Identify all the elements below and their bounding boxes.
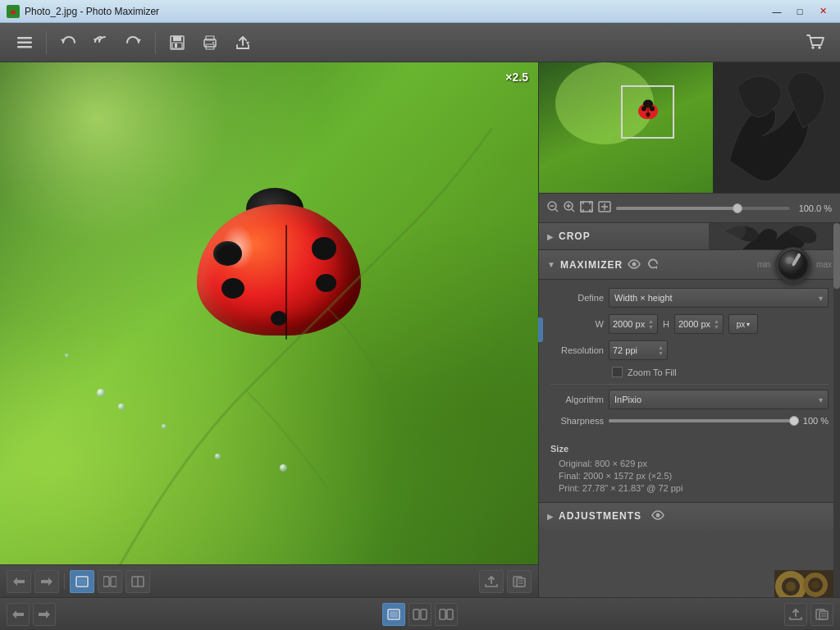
unit-dropdown[interactable]: px ▾ [728, 314, 758, 334]
ladybug-spot [213, 241, 242, 266]
window-title: Photo_2.jpg - Photo Maximizer [25, 6, 766, 17]
adjustments-header[interactable]: ▶ ADJUSTMENTS [539, 503, 840, 529]
prev-arrow-button[interactable] [7, 570, 31, 593]
height-input[interactable]: 2000 px ▲ ▼ [674, 314, 724, 334]
define-dropdown[interactable]: Width × height ▾ [609, 288, 829, 308]
zoom-slider-thumb[interactable] [733, 203, 742, 213]
height-spinners[interactable]: ▲ ▼ [714, 315, 719, 333]
main-layout: ×2.5 [0, 62, 840, 597]
svg-point-20 [818, 46, 821, 49]
canvas-bottom-toolbar [0, 564, 538, 597]
menu-button[interactable] [10, 28, 39, 57]
save-button[interactable] [162, 28, 192, 57]
statusbar-export-button[interactable] [784, 603, 807, 626]
view-compare-button[interactable] [98, 570, 122, 593]
droplet [215, 454, 221, 459]
width-up-arrow[interactable]: ▲ [648, 318, 654, 324]
maximizer-eye-icon[interactable] [628, 258, 641, 272]
undo2-button[interactable] [86, 28, 116, 57]
view-single-button[interactable] [70, 570, 94, 593]
actual-size-icon[interactable] [598, 201, 611, 215]
adjustments-section: ▶ ADJUSTMENTS [539, 502, 840, 529]
maximizer-header-left: ▼ MAXIMIZER [547, 258, 752, 272]
close-button[interactable]: ✕ [812, 3, 833, 20]
export-bottom-button[interactable] [479, 570, 504, 593]
panel-scroll-indicator[interactable] [538, 317, 543, 342]
svg-rect-72 [440, 609, 445, 619]
svg-marker-22 [41, 578, 52, 586]
thumbnail-viewport [621, 85, 674, 139]
maximizer-knob[interactable] [775, 247, 811, 283]
width-value: 2000 px [613, 319, 645, 329]
width-spinners[interactable]: ▲ ▼ [648, 315, 654, 333]
app-icon [7, 5, 20, 18]
zoom-slider[interactable] [616, 207, 790, 210]
maximizer-arrow-icon[interactable]: ▼ [547, 260, 555, 269]
unit-arrow: ▾ [746, 321, 750, 328]
redo-button[interactable] [119, 28, 148, 57]
statusbar-view2-button[interactable] [409, 603, 431, 626]
statusbar-next-button[interactable] [33, 603, 56, 626]
right-scrollbar[interactable] [833, 223, 840, 597]
final-size: Final: 2000 × 1572 px (×2.5) [550, 471, 829, 481]
zoom-to-fill-row: Zoom To Fill [612, 367, 829, 377]
droplet [118, 404, 125, 410]
zoom-out-icon[interactable] [547, 201, 559, 215]
toolbar-separator-2 [155, 31, 156, 54]
height-down-arrow[interactable]: ▼ [714, 324, 719, 330]
width-input[interactable]: 2000 px ▲ ▼ [609, 314, 658, 334]
svg-line-44 [555, 209, 558, 212]
resolution-up-arrow[interactable]: ▲ [658, 345, 664, 350]
h-label: H [663, 319, 669, 329]
fit-view-icon[interactable] [580, 201, 593, 215]
sharpness-slider[interactable] [609, 419, 794, 422]
sharpness-slider-thumb[interactable] [789, 416, 799, 426]
knob-min-label: min [757, 260, 770, 269]
svg-rect-13 [175, 43, 177, 48]
algorithm-dropdown[interactable]: InPixio ▾ [609, 390, 829, 409]
svg-point-63 [786, 582, 796, 591]
adjustments-eye-icon[interactable] [651, 510, 664, 523]
maximizer-controls: Define Width × height ▾ W 2000 px ▲ ▼ [539, 280, 840, 441]
canvas-area: ×2.5 [0, 62, 538, 597]
statusbar-view1-button[interactable] [382, 603, 405, 626]
svg-marker-9 [136, 39, 141, 43]
svg-rect-24 [78, 578, 86, 585]
next-arrow-button[interactable] [34, 570, 59, 593]
droplet [65, 354, 69, 358]
crop-arrow-icon: ▶ [547, 232, 554, 241]
print-button[interactable] [195, 28, 225, 57]
svg-rect-49 [581, 202, 592, 212]
controls-separator [550, 384, 829, 385]
statusbar-compare-button[interactable] [435, 603, 458, 626]
zoom-in-icon[interactable] [564, 201, 575, 215]
export-button[interactable]: ▾ [228, 28, 258, 57]
minimize-button[interactable]: — [766, 3, 788, 20]
split-view-button[interactable] [126, 570, 150, 593]
cart-button[interactable] [801, 28, 830, 57]
resolution-value: 72 ppi [613, 345, 637, 355]
statusbar-prev-button[interactable] [7, 603, 30, 626]
define-dropdown-arrow: ▾ [819, 294, 823, 303]
svg-rect-25 [103, 577, 109, 587]
width-down-arrow[interactable]: ▼ [648, 324, 654, 330]
svg-point-65 [811, 581, 819, 589]
resolution-spinners[interactable]: ▲ ▼ [658, 341, 664, 359]
maximizer-reset-icon[interactable] [647, 258, 659, 272]
undo-button[interactable] [53, 28, 83, 57]
knob-max-label: max [816, 260, 832, 269]
svg-rect-30 [517, 578, 525, 587]
crop-section-header[interactable]: ▶ CROP [539, 223, 840, 249]
resolution-input[interactable]: 72 ppi ▲ ▼ [609, 340, 668, 360]
height-up-arrow[interactable]: ▲ [714, 318, 719, 324]
define-label: Define [550, 293, 604, 303]
zoom-to-fill-checkbox[interactable] [612, 367, 623, 377]
toolbar: ▾ [0, 23, 840, 62]
scrollbar-thumb[interactable] [833, 223, 840, 289]
photo-canvas[interactable]: ×2.5 [0, 62, 538, 564]
statusbar-pages-button[interactable] [810, 603, 833, 626]
droplet [97, 389, 105, 397]
resolution-down-arrow[interactable]: ▼ [658, 350, 664, 356]
pages-button[interactable] [507, 570, 532, 593]
maximize-button[interactable]: □ [789, 3, 810, 20]
